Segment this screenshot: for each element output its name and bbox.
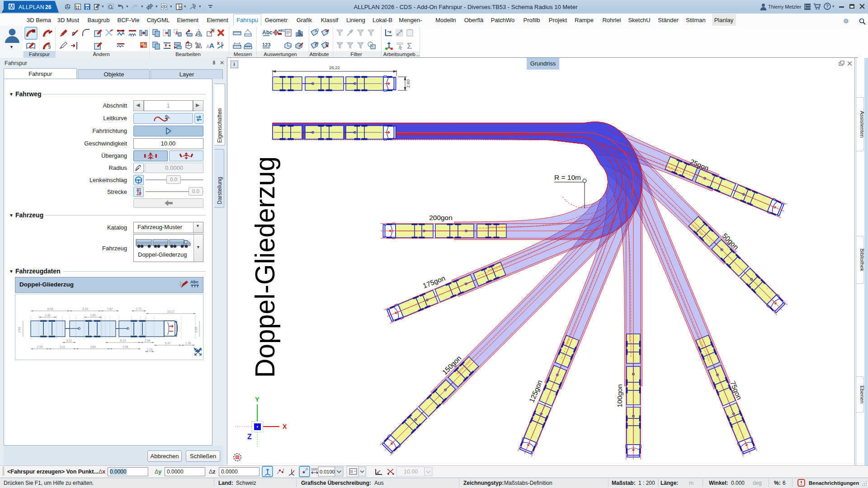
svg-text:2: 2 xyxy=(179,7,181,10)
svg-text:2.68: 2.68 xyxy=(18,327,21,333)
svg-text:Y: Y xyxy=(255,396,259,403)
svg-text:0.0100: 0.0100 xyxy=(320,469,335,474)
svg-text:6.19: 6.19 xyxy=(120,339,126,342)
svg-text:ABC: ABC xyxy=(278,29,285,32)
svg-text:2.95: 2.95 xyxy=(37,345,43,348)
svg-text:5.47: 5.47 xyxy=(165,342,171,345)
svg-text:Abc: Abc xyxy=(262,29,273,36)
svg-text:1.25: 1.25 xyxy=(147,348,153,351)
svg-text:5.31: 5.31 xyxy=(66,339,72,342)
svg-text:1.36: 1.36 xyxy=(185,342,191,345)
svg-text:x: x xyxy=(217,41,220,46)
svg-text:200gon: 200gon xyxy=(429,214,453,221)
svg-text:Abc: Abc xyxy=(190,279,198,284)
svg-text:25.22: 25.22 xyxy=(329,65,340,70)
svg-text:1020: 1020 xyxy=(311,468,318,471)
svg-text:X: X xyxy=(283,423,287,430)
svg-text:2.24: 2.24 xyxy=(82,307,88,310)
svg-text:A: A xyxy=(209,42,214,49)
svg-text:3.84: 3.84 xyxy=(90,345,96,348)
svg-text:1.40: 1.40 xyxy=(45,314,51,317)
svg-text:123: 123 xyxy=(262,42,270,47)
svg-text:?: ? xyxy=(826,4,829,9)
svg-text:3.98: 3.98 xyxy=(123,345,128,348)
svg-text:6.06: 6.06 xyxy=(47,307,53,310)
svg-text:Z: Z xyxy=(247,433,252,441)
svg-text:100gon: 100gon xyxy=(616,384,623,408)
svg-text:2.68: 2.68 xyxy=(194,327,198,333)
svg-text:2.94: 2.94 xyxy=(145,339,151,342)
svg-text:10.00: 10.00 xyxy=(404,469,418,475)
svg-text:§: § xyxy=(48,43,51,49)
svg-text:1.60: 1.60 xyxy=(90,314,96,317)
svg-text:7.82: 7.82 xyxy=(107,307,113,310)
svg-text:Doppel-Gliederzug: Doppel-Gliederzug xyxy=(250,156,280,378)
svg-text:10.17: 10.17 xyxy=(167,310,175,313)
svg-text:2.60: 2.60 xyxy=(406,80,410,88)
svg-text:Σ: Σ xyxy=(407,41,412,51)
svg-text:1.71: 1.71 xyxy=(136,307,142,310)
svg-text:R = 10m: R = 10m xyxy=(554,174,581,181)
svg-text:3.11: 3.11 xyxy=(60,345,66,348)
